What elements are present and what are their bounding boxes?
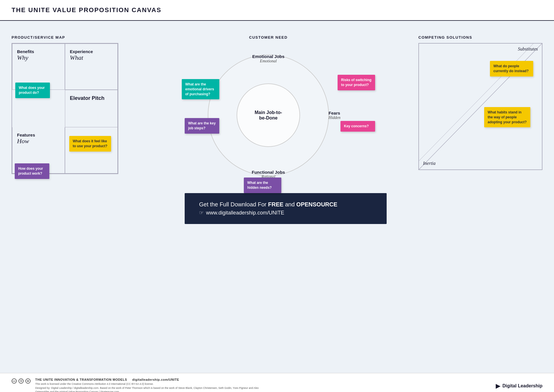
- footer-brand: ▶ Digital Leadership: [496, 382, 542, 389]
- circle-center-main: Main Job-to-be-Done: [254, 110, 282, 121]
- features-label: Features: [17, 132, 60, 137]
- features-cell: Features How How does your product work?: [12, 127, 65, 173]
- sticky-habits: What habits stand in the way of people a…: [484, 107, 530, 127]
- customer-need-label: CUSTOMER NEED: [249, 35, 287, 40]
- cc-icon: cc: [12, 378, 17, 384]
- sticky-feel-like: What does it feel like to use your produ…: [69, 136, 111, 152]
- cta-url: www.digitalleadership.com/UNITE: [206, 210, 284, 216]
- feel-like-cell: What does it feel like to use your produ…: [65, 127, 118, 173]
- benefits-cell: Benefits Why What does your product do?: [12, 44, 65, 90]
- footer-designed: Designed by: Digital Leadership / digita…: [35, 386, 272, 392]
- elevator-pitch-label: Elevator Pitch: [70, 95, 113, 101]
- inner-circle: Main Job-to-be-Done: [237, 83, 300, 147]
- three-column-layout: PRODUCT/SERVICE MAP Benefits Why What do…: [12, 35, 542, 184]
- elevator-pitch-cell: Elevator Pitch: [65, 90, 118, 127]
- features-sub: How: [17, 137, 60, 145]
- header: THE UNITE VALUE PROPOSITION CANVAS: [0, 0, 554, 21]
- inertia-label: Inertia: [423, 161, 436, 166]
- footer-left: cc ① ⊕ THE UNITE INNOVATION & TRANSFORMA…: [12, 378, 272, 392]
- product-map-grid: Benefits Why What does your product do? …: [12, 43, 118, 174]
- fears-label: Fears Hidden: [329, 111, 340, 120]
- sticky-risks-switching: Risks of switching to your product?: [338, 75, 375, 90]
- competing-solutions-section: COMPETING SOLUTIONS Substitutes Inertia …: [418, 35, 542, 170]
- sticky-product-do: What does your product do?: [15, 83, 50, 98]
- emotional-jobs-label: Emotional Jobs Emotional: [252, 54, 285, 64]
- sa-icon: ⊕: [25, 378, 31, 384]
- page-title: THE UNITE VALUE PROPOSITION CANVAS: [12, 6, 161, 14]
- sticky-currently-do: What do people currently do instead?: [490, 61, 533, 76]
- customer-need-section: CUSTOMER NEED Main Job-to-be-Done Emotio…: [118, 35, 418, 184]
- bottom-footer: cc ① ⊕ THE UNITE INNOVATION & TRANSFORMA…: [0, 373, 554, 392]
- competing-box: Substitutes Inertia What do people curre…: [418, 43, 542, 170]
- cta-line2: ☞ www.digitalleadership.com/UNITE: [199, 210, 372, 216]
- cta-icon: ☞: [199, 210, 204, 216]
- substitutes-label: Substitutes: [518, 46, 538, 52]
- footer-icons: cc ① ⊕: [12, 378, 31, 384]
- cta-banner: Get the Full Download For FREE and OPENS…: [185, 193, 387, 224]
- experience-sub: What: [70, 54, 113, 61]
- cta-line1: Get the Full Download For FREE and OPENS…: [199, 201, 372, 208]
- sticky-key-job-steps: What are the key job steps?: [185, 118, 219, 134]
- footer-brand-title: THE UNITE INNOVATION & TRANSFORMATION MO…: [35, 378, 272, 381]
- footer-text-block: THE UNITE INNOVATION & TRANSFORMATION MO…: [35, 378, 272, 392]
- sticky-product-work: How does your product work?: [15, 163, 49, 179]
- sticky-key-concerns: Key concerns?: [340, 121, 375, 132]
- experience-label: Experience: [70, 49, 113, 54]
- sticky-hidden-needs: What are the hidden needs?: [244, 178, 281, 193]
- footer-icons-block: cc ① ⊕: [12, 378, 31, 384]
- competing-solutions-label: COMPETING SOLUTIONS: [418, 35, 542, 40]
- experience-cell: Experience What: [65, 44, 118, 90]
- by-icon: ①: [18, 378, 24, 384]
- footer-license: This work is licensed under the Creative…: [35, 382, 272, 386]
- product-map-label: PRODUCT/SERVICE MAP: [12, 35, 118, 40]
- sticky-emotional-drivers: What are the emotional drivers of purcha…: [182, 79, 219, 99]
- canvas-area: PRODUCT/SERVICE MAP Benefits Why What do…: [0, 21, 554, 373]
- brand-name: Digital Leadership: [502, 383, 542, 389]
- circle-container: Main Job-to-be-Done Emotional Jobs Emoti…: [199, 46, 338, 184]
- brand-arrow-icon: ▶: [496, 382, 500, 389]
- benefits-label: Benefits: [17, 49, 60, 54]
- product-service-map: PRODUCT/SERVICE MAP Benefits Why What do…: [12, 35, 118, 174]
- benefits-sub: Why: [17, 54, 60, 61]
